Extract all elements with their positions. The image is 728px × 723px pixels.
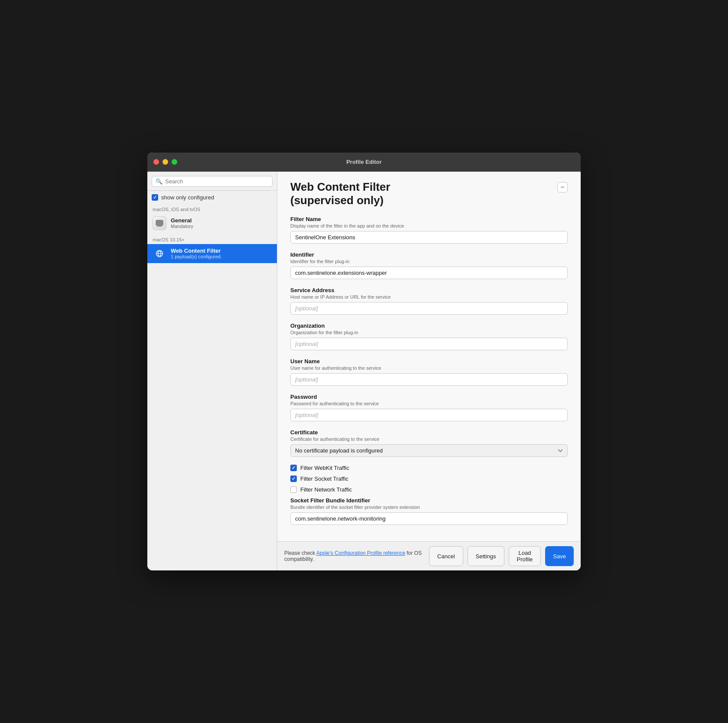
socket-filter-bundle-group: Socket Filter Bundle Identifier Bundle i… [290,497,568,525]
sidebar-item-general[interactable]: General Mandatory [147,214,277,233]
remove-button[interactable]: − [557,182,568,192]
sidebar-top: 🔍 [147,172,277,191]
general-item-title: General [171,217,193,224]
certificate-desc: Certificate for authenticating to the se… [290,436,568,442]
organization-label: Organization [290,322,568,329]
main-content: Web Content Filter (supervised only) − F… [277,172,581,570]
filter-webkit-row: Filter WebKit Traffic [290,465,568,471]
filter-name-group: Filter Name Display name of the filter i… [290,216,568,244]
wcf-item-text: Web Content Filter 1 payload(s) configur… [171,248,222,259]
identifier-label: Identifier [290,251,568,258]
minimize-button[interactable] [162,159,168,165]
sidebar: 🔍 show only configured macOS, iOS and tv… [147,172,277,570]
search-box: 🔍 [152,176,273,187]
filter-webkit-label: Filter WebKit Traffic [300,465,349,471]
socket-filter-bundle-label: Socket Filter Bundle Identifier [290,497,568,504]
section-macos-ios-tvos-header: macOS, iOS and tvOS [147,202,277,214]
main-header: Web Content Filter (supervised only) − [277,172,581,212]
titlebar: Profile Editor [147,153,581,172]
show-only-configured-label: show only configured [161,194,214,201]
filter-name-input[interactable] [290,231,568,244]
service-address-input[interactable] [290,302,568,315]
password-desc: Password for authenticating to the servi… [290,401,568,406]
certificate-label: Certificate [290,429,568,436]
web-content-filter-icon [153,247,166,261]
close-button[interactable] [153,159,159,165]
cancel-button[interactable]: Cancel [429,546,463,566]
organization-input[interactable] [290,338,568,350]
socket-filter-bundle-desc: Bundle identifier of the socket filter p… [290,505,568,510]
filter-name-desc: Display name of the filter in the app an… [290,223,568,228]
note-prefix: Please check [284,550,316,556]
sidebar-item-web-content-filter[interactable]: Web Content Filter 1 payload(s) configur… [147,244,277,263]
service-address-label: Service Address [290,287,568,293]
password-label: Password [290,394,568,400]
certificate-group: Certificate Certificate for authenticati… [290,429,568,457]
apple-reference-link[interactable]: Apple's Configuration Profile reference [316,550,405,556]
search-icon: 🔍 [156,178,162,185]
maximize-button[interactable] [172,159,177,165]
filter-socket-row: Filter Socket Traffic [290,475,568,482]
footer-note: Please check Apple's Configuration Profi… [284,550,429,562]
general-item-text: General Mandatory [171,217,193,229]
organization-desc: Organization for the filter plug-in [290,330,568,335]
identifier-input[interactable] [290,267,568,279]
service-address-desc: Host name or IP Address or URL for the s… [290,294,568,300]
window-title: Profile Editor [346,159,382,165]
wcf-item-title: Web Content Filter [171,248,222,254]
bottom-actions: Cancel Settings Load Profile Save [429,546,574,566]
general-item-subtitle: Mandatory [171,224,193,229]
section-macos-10-15-header: macOS 10.15+ [147,233,277,244]
user-name-input[interactable] [290,373,568,386]
search-input[interactable] [165,178,269,185]
identifier-desc: Identifier for the filter plug-in [290,259,568,264]
user-name-label: User Name [290,358,568,365]
show-only-row: show only configured [147,191,277,202]
window-body: 🔍 show only configured macOS, iOS and tv… [147,172,581,570]
save-button[interactable]: Save [545,546,574,566]
service-address-group: Service Address Host name or IP Address … [290,287,568,315]
page-title: Web Content Filter (supervised only) [290,180,390,207]
application-window: Profile Editor 🔍 show only configured ma… [147,153,581,570]
main-scroll-area: Filter Name Display name of the filter i… [277,212,581,541]
filter-name-label: Filter Name [290,216,568,222]
password-group: Password Password for authenticating to … [290,394,568,421]
filter-network-checkbox[interactable] [290,486,297,493]
traffic-lights [153,159,177,165]
organization-group: Organization Organization for the filter… [290,322,568,350]
filter-network-row: Filter Network Traffic [290,486,568,493]
load-profile-button[interactable]: Load Profile [509,546,541,566]
svg-rect-0 [156,220,163,225]
user-name-group: User Name User name for authenticating t… [290,358,568,386]
filter-webkit-checkbox[interactable] [290,465,297,471]
user-name-desc: User name for authenticating to the serv… [290,365,568,371]
bottom-bar: Please check Apple's Configuration Profi… [277,541,581,570]
show-only-configured-checkbox[interactable] [152,194,158,201]
settings-button[interactable]: Settings [468,546,504,566]
certificate-select[interactable]: No certificate payload is configured [290,444,568,457]
identifier-group: Identifier Identifier for the filter plu… [290,251,568,279]
filter-socket-label: Filter Socket Traffic [300,475,348,482]
socket-filter-bundle-input[interactable] [290,512,568,525]
wcf-item-subtitle: 1 payload(s) configured. [171,254,222,259]
general-icon [153,216,166,230]
filter-socket-checkbox[interactable] [290,475,297,482]
filter-network-label: Filter Network Traffic [300,486,352,493]
password-input[interactable] [290,409,568,421]
